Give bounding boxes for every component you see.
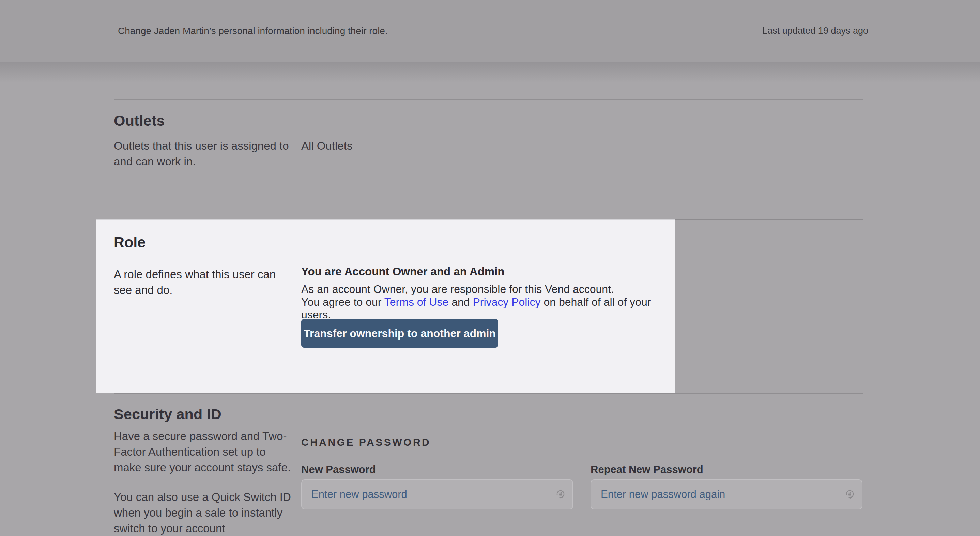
outlets-section-title: Outlets (114, 113, 165, 129)
outlets-value: All Outlets (301, 138, 352, 154)
security-description-paragraph-1: Have a secure password and Two-Factor Au… (114, 428, 325, 476)
repeat-password-input[interactable] (590, 479, 862, 509)
lock-refresh-icon[interactable] (844, 488, 856, 500)
section-divider-role (675, 219, 863, 220)
transfer-ownership-button[interactable]: Transfer ownership to another admin (301, 319, 498, 348)
repeat-password-label: Repeat New Password (590, 463, 703, 476)
repeat-password-field (590, 479, 862, 509)
role-status-line: As an account Owner, you are responsible… (301, 283, 614, 295)
role-status-title: You are Account Owner and an Admin (301, 265, 659, 278)
lock-refresh-icon[interactable] (555, 488, 566, 500)
privacy-policy-link[interactable]: Privacy Policy (473, 296, 541, 308)
new-password-input[interactable] (301, 479, 573, 509)
security-description-paragraph-2: You can also use a Quick Switch IDwhen y… (114, 489, 325, 536)
role-status: You are Account Owner and an Admin As an… (301, 265, 659, 322)
agreement-middle: and (449, 296, 473, 308)
security-description: Have a secure password and Two-Factor Au… (114, 428, 325, 536)
role-description: A role defines what this user cansee and… (114, 266, 305, 298)
role-status-text: As an account Owner, you are responsible… (301, 283, 659, 322)
role-spotlight: Role A role defines what this user canse… (96, 219, 675, 393)
outlets-description: Outlets that this user is assigned toand… (114, 138, 325, 170)
header-last-updated: Last updated 19 days ago (762, 25, 868, 36)
new-password-field (301, 479, 573, 509)
role-section-title: Role (114, 234, 145, 251)
security-section-title: Security and ID (114, 406, 221, 423)
header-bar: Change Jaden Martin’s personal informati… (0, 0, 980, 62)
new-password-label: New Password (301, 463, 376, 476)
terms-of-use-link[interactable]: Terms of Use (384, 296, 449, 308)
user-settings-page: { "header": { "description": "Change Jad… (0, 0, 980, 536)
change-password-heading: CHANGE PASSWORD (301, 436, 431, 448)
section-divider-security (114, 393, 863, 394)
header-shadow (0, 62, 980, 83)
agreement-prefix: You agree to our (301, 296, 384, 308)
section-divider-outlets (114, 99, 863, 100)
header-description: Change Jaden Martin’s personal informati… (118, 25, 388, 36)
